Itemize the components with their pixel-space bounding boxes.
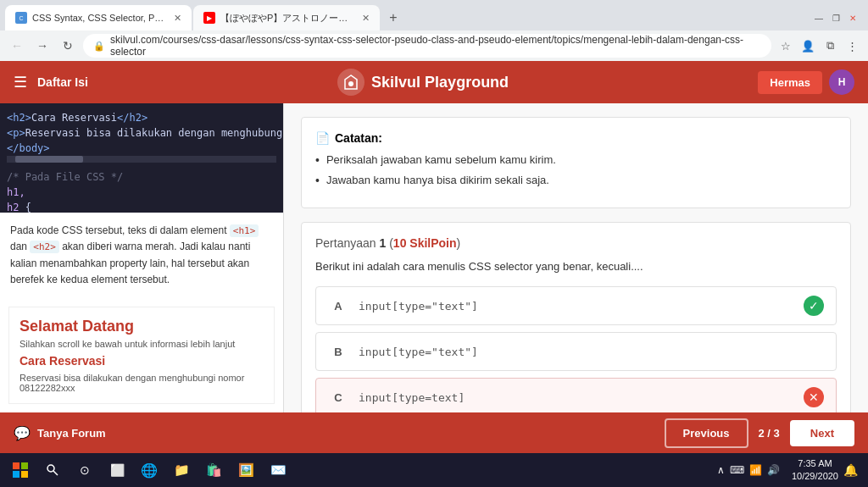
tab-close-inactive[interactable]: ✕ xyxy=(362,13,370,24)
nav-logo-text: Skilvul Playground xyxy=(371,74,509,91)
address-actions: ☆ 👤 ⧉ ⋮ xyxy=(776,36,861,55)
option-b-letter: B xyxy=(328,341,348,362)
volume-icon[interactable]: 🔊 xyxy=(767,464,780,476)
option-c-cross-icon: ✕ xyxy=(804,387,824,407)
code-editor[interactable]: <h2>Cara Reservasi</h2> <p>Reservasi bis… xyxy=(0,103,283,213)
tab-favicon-yt: ▶ xyxy=(203,12,215,24)
previous-button[interactable]: Previous xyxy=(665,418,748,448)
minimize-button[interactable]: — xyxy=(812,11,826,25)
code-line: h2 { xyxy=(7,200,276,213)
profile-icon[interactable]: 👤 xyxy=(798,36,817,55)
right-panel[interactable]: 📄 Catatan: • Periksalah jawaban kamu seb… xyxy=(284,103,868,412)
horizontal-scrollbar[interactable] xyxy=(7,156,276,163)
maximize-button[interactable]: ❐ xyxy=(829,11,843,25)
cortana-taskbar-icon[interactable]: ⊙ xyxy=(70,455,100,485)
new-tab-button[interactable]: + xyxy=(381,6,405,30)
tray-up-icon[interactable]: ∧ xyxy=(717,464,725,476)
reload-button[interactable]: ↻ xyxy=(58,36,78,56)
tab-active[interactable]: C CSS Syntax, CSS Selector, Pseudo... ✕ xyxy=(5,5,192,30)
notification-icon[interactable]: 🔔 xyxy=(843,463,858,477)
explorer-taskbar-icon[interactable]: 📁 xyxy=(166,455,197,485)
preview-section-title: Cara Reservasi xyxy=(19,354,264,368)
left-panel: <h2>Cara Reservasi</h2> <p>Reservasi bis… xyxy=(0,103,284,412)
search-taskbar-icon[interactable] xyxy=(37,455,68,485)
option-a-check-icon: ✓ xyxy=(804,296,824,316)
tab-bar: C CSS Syntax, CSS Selector, Pseudo... ✕ … xyxy=(0,0,868,30)
nav-logo: Skilvul Playground xyxy=(337,69,509,96)
forum-button[interactable]: 💬 Tanya Forum xyxy=(14,425,106,441)
photos-taskbar-icon[interactable]: 🖼️ xyxy=(231,455,261,485)
tab-close-active[interactable]: ✕ xyxy=(174,13,181,24)
store-taskbar-icon[interactable]: 🛍️ xyxy=(198,455,229,485)
taskview-taskbar-icon[interactable]: ⬜ xyxy=(102,455,132,485)
forum-icon: 💬 xyxy=(14,425,31,441)
logo-svg xyxy=(342,74,359,91)
forward-button[interactable]: → xyxy=(32,36,53,56)
keyboard-icon: ⌨ xyxy=(730,464,744,476)
option-b-row[interactable]: B input[type="text"] xyxy=(315,332,837,371)
next-button[interactable]: Next xyxy=(790,420,854,446)
question-header: Pertanyaan 1 (10 SkilPoin) xyxy=(315,236,837,250)
inline-code-h2: <h2> xyxy=(30,241,59,253)
edge-taskbar-icon[interactable]: 🌐 xyxy=(134,455,164,485)
option-c-row[interactable]: C input[type=text] ✕ xyxy=(315,378,837,412)
start-button[interactable] xyxy=(3,453,37,487)
question-box: Pertanyaan 1 (10 SkilPoin) Berikut ini a… xyxy=(301,222,851,412)
svg-point-5 xyxy=(47,465,54,472)
taskbar: ⊙ ⬜ 🌐 📁 🛍️ 🖼️ ✉️ ∧ ⌨ 📶 🔊 7:35 AM 10/29/2… xyxy=(0,453,868,487)
address-input[interactable]: 🔒 skilvul.com/courses/css-dasar/lessons/… xyxy=(83,34,771,58)
network-icon[interactable]: 📶 xyxy=(749,464,762,476)
tab-label-active: CSS Syntax, CSS Selector, Pseudo... xyxy=(32,13,165,23)
user-name-button[interactable]: Hermas xyxy=(758,71,822,94)
menu-icon[interactable]: ⋮ xyxy=(843,36,861,55)
taskbar-icons: ⊙ ⬜ 🌐 📁 🛍️ 🖼️ ✉️ xyxy=(37,455,293,485)
browser-chrome: C CSS Syntax, CSS Selector, Pseudo... ✕ … xyxy=(0,0,868,61)
inline-code-h1: <h1> xyxy=(230,224,259,237)
tab-label-inactive: 【ぼやぼやP】アストロノーツ～【Pow... xyxy=(220,12,353,25)
window-controls: — ❐ ✕ xyxy=(812,11,863,25)
svg-rect-2 xyxy=(21,462,28,469)
option-b-code: input[type="text"] xyxy=(359,346,824,358)
tab-inactive[interactable]: ▶ 【ぼやぼやP】アストロノーツ～【Pow... ✕ xyxy=(193,5,380,30)
text-content: Pada kode CSS tersebut, teks di dalam el… xyxy=(0,213,283,298)
bottom-bar: 💬 Tanya Forum Previous 2 / 3 Next xyxy=(0,412,868,453)
notes-box: 📄 Catatan: • Periksalah jawaban kamu seb… xyxy=(301,117,851,208)
notes-item-1: • Periksalah jawaban kamu sebelum kamu k… xyxy=(315,153,837,167)
taskbar-time[interactable]: 7:35 AM 10/29/2020 xyxy=(792,457,838,484)
windows-logo-icon xyxy=(13,462,28,478)
search-icon xyxy=(46,463,59,477)
pagination: Previous 2 / 3 Next xyxy=(665,418,854,448)
tab-favicon-css: C xyxy=(15,12,27,24)
preview-box: Selamat Datang Silahkan scroll ke bawah … xyxy=(8,307,275,404)
address-bar: ← → ↻ 🔒 skilvul.com/courses/css-dasar/le… xyxy=(0,30,868,61)
tray-icons: ∧ ⌨ 📶 🔊 xyxy=(717,464,780,476)
notes-header: 📄 Catatan: xyxy=(315,131,837,145)
svg-point-0 xyxy=(348,81,353,86)
page-total: 3 xyxy=(774,427,780,440)
taskbar-right: ∧ ⌨ 📶 🔊 7:35 AM 10/29/2020 🔔 xyxy=(717,457,865,484)
bookmark-icon[interactable]: ☆ xyxy=(776,36,795,55)
option-c-code: input[type=text] xyxy=(359,391,793,404)
hamburger-menu[interactable]: ☰ xyxy=(14,73,27,91)
back-button[interactable]: ← xyxy=(7,36,27,56)
page-current: 2 xyxy=(759,427,765,440)
option-a-code: input[type="text"] xyxy=(359,300,793,313)
bullet-1: • xyxy=(315,153,320,167)
svg-line-6 xyxy=(53,471,58,475)
time-display: 7:35 AM xyxy=(792,457,838,470)
lock-icon: 🔒 xyxy=(93,41,105,52)
notes-icon: 📄 xyxy=(315,131,330,145)
logo-icon xyxy=(337,69,364,96)
question-points: 10 SkilPoin xyxy=(393,236,457,250)
notes-text-1: Periksalah jawaban kamu sebelum kamu kir… xyxy=(326,153,556,167)
close-button[interactable]: ✕ xyxy=(846,11,860,25)
code-line: /* Pada File CSS */ xyxy=(7,169,276,185)
option-a-letter: A xyxy=(328,296,348,316)
option-a-row[interactable]: A input[type="text"] ✓ xyxy=(315,286,837,325)
forum-label: Tanya Forum xyxy=(37,427,106,440)
bullet-2: • xyxy=(315,174,320,187)
extensions-icon[interactable]: ⧉ xyxy=(821,36,839,55)
question-number-strong: 1 xyxy=(380,236,387,250)
mail-taskbar-icon[interactable]: ✉️ xyxy=(263,455,293,485)
user-avatar[interactable]: H xyxy=(829,69,854,95)
